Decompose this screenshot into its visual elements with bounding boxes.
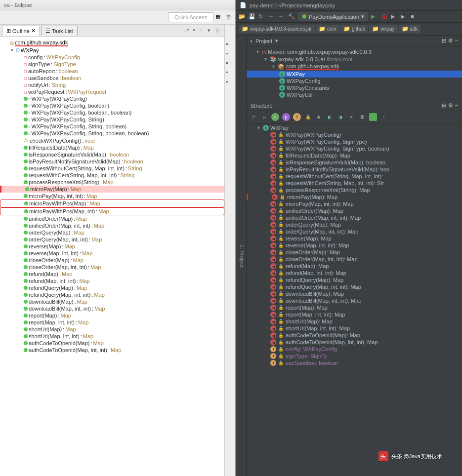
tree-constructor[interactable]: cWXPay(WXPayConfig) <box>0 95 224 102</box>
structure-method[interactable]: m🔓WXPay(WXPayConfig, SignType) <box>247 138 462 145</box>
tree-package-node[interactable]: ▼📦com.github.wxpay.sdk <box>247 63 462 71</box>
autoscroll-icon[interactable]: ◐ <box>326 113 334 121</box>
tab-tasklist[interactable]: ☰Task List <box>41 26 78 36</box>
run-icon[interactable]: ▶ <box>371 13 378 20</box>
collapse-all-icon[interactable]: ≣ <box>358 113 366 121</box>
tree-method[interactable]: shortUrl(Map, int, int) : Map <box>0 333 224 340</box>
tree-jar-node[interactable]: ▼📚wxpay-sdk-0.0.3.jar library root <box>247 55 462 63</box>
structure-method[interactable]: m🔓closeOrder(Map): Map <box>247 249 462 256</box>
tree-method[interactable]: processResponseXml(String) : Map <box>0 179 224 186</box>
tree-class-wxpay[interactable]: cWXPay <box>247 71 462 78</box>
tree-method[interactable]: unifiedOrder(Map) : Map <box>0 215 224 222</box>
structure-method[interactable]: m🔓isResponseSignatureValid(Map): boolean <box>247 159 462 166</box>
collapse-icon[interactable]: ⊟ <box>442 38 446 44</box>
tree-method[interactable]: isPayResultNotifySignatureValid(Map) : b… <box>0 158 224 165</box>
structure-method[interactable]: m🔓report(Map): Map <box>247 304 462 311</box>
gutter-icon[interactable]: ▫ <box>226 60 234 68</box>
tree-method[interactable]: microPayWithPos(Map) : Map <box>0 199 224 207</box>
back-icon[interactable]: ← <box>268 13 275 20</box>
tree-method[interactable]: microPayWithPos(Map, int) : Map <box>0 207 224 215</box>
tree-method[interactable]: requestWithCert(String, Map, int, int) :… <box>0 172 224 179</box>
structure-field[interactable]: f🔒useSandbox: boolean <box>247 359 462 366</box>
tree-method[interactable]: microPay(Map, int, int) : Map <box>0 193 224 199</box>
coverage-icon[interactable]: ▶ <box>391 13 398 20</box>
breadcrumb-item[interactable]: 📁github <box>340 25 368 33</box>
gutter-tab-project[interactable]: 1: Project <box>239 244 245 267</box>
tree-class-wxpayconfig[interactable]: cWXPayConfig <box>247 78 462 84</box>
structure-method[interactable]: m🔓shortUrl(Map): Map <box>247 318 462 325</box>
structure-method[interactable]: m🔓refundQuery(Map, int, int): Map <box>247 283 462 290</box>
structure-method[interactable]: m🔓requestWithoutCert(String, Map, int, i… <box>247 173 462 180</box>
build-icon[interactable]: 🔨 <box>288 13 295 20</box>
tree-field[interactable]: ◻signType : SignType <box>0 61 224 68</box>
structure-method[interactable]: m🔓requestWithCert(String, Map, int, int)… <box>247 180 462 187</box>
tree-method[interactable]: closeOrder(Map, int, int) : Map <box>0 264 224 271</box>
breadcrumb-item[interactable]: 📁sdk <box>399 25 421 33</box>
tab-outline[interactable]: ⊞Outline✕ <box>2 26 40 36</box>
breadcrumb-item[interactable]: 📁com <box>316 25 339 33</box>
forward-icon[interactable]: → <box>278 13 285 20</box>
gutter-icon[interactable]: ▫ <box>226 41 234 49</box>
gutter-icon[interactable]: ▫ <box>226 69 234 77</box>
structure-method[interactable]: m🔓WXPay(WXPayConfig) <box>247 131 462 138</box>
tree-method[interactable]: authCodeToOpenid(Map, int, int) : Map <box>0 347 224 354</box>
tree-method[interactable]: closeOrder(Map) : Map <box>0 257 224 264</box>
tree-method[interactable]: downloadBill(Map) : Map <box>0 298 224 305</box>
tree-field[interactable]: ◻config : WXPayConfig <box>0 54 224 61</box>
tree-class-wxpayconstants[interactable]: cWXPayConstants <box>247 84 462 91</box>
tree-method[interactable]: reverse(Map) : Map <box>0 243 224 250</box>
tree-field[interactable]: ◻wxPayRequest : WXPayRequest <box>0 88 224 95</box>
show-anon-icon[interactable]: 🔒 <box>304 113 312 121</box>
run-config-selector[interactable]: ⬢PayDemoApplication▾ <box>298 12 368 21</box>
debug-icon[interactable]: 🐞 <box>381 13 388 20</box>
profile-icon[interactable]: ▶ <box>401 13 408 20</box>
refresh-icon[interactable]: ↻ <box>258 13 265 20</box>
structure-method[interactable]: m🔓reverse(Map): Map <box>247 235 462 242</box>
scroll-to-icon[interactable]: ↓ <box>369 113 377 121</box>
tree-method[interactable]: refund(Map) : Map <box>0 271 224 278</box>
tree-method[interactable]: isResponseSignatureValid(Map) : boolean <box>0 151 224 158</box>
save-icon[interactable]: 💾 <box>249 13 255 20</box>
tree-method[interactable]: fillRequestData(Map) : Map <box>0 144 224 151</box>
tree-constructor[interactable]: cWXPay(WXPayConfig, String, boolean, boo… <box>0 130 224 137</box>
structure-method[interactable]: m🔓authCodeToOpenid(Map): Map <box>247 332 462 339</box>
tree-method[interactable]: authCodeToOpenid(Map) : Map <box>0 340 224 347</box>
structure-method[interactable]: m🔓processResponseXml(String): Map <box>247 187 462 194</box>
gear-icon[interactable]: ⚙ <box>448 102 453 109</box>
tree-method[interactable]: refund(Map, int, int) : Map <box>0 278 224 284</box>
expand-all-icon[interactable]: ≡ <box>347 113 355 121</box>
hide-static-icon[interactable]: ▾ <box>208 27 214 34</box>
structure-class-node[interactable]: ▼cWXPay <box>247 124 462 131</box>
structure-method[interactable]: m🔓refund(Map, int, int): Map <box>247 270 462 277</box>
tree-method[interactable]: shortUrl(Map) : Map <box>0 326 224 333</box>
structure-tree[interactable]: ▼cWXPay m🔓WXPay(WXPayConfig)m🔓WXPay(WXPa… <box>247 123 462 367</box>
structure-method[interactable]: m🔓orderQuery(Map): Map <box>247 221 462 228</box>
structure-method[interactable]: m🔓microPay(Map, int, int): Map <box>247 200 462 207</box>
menu-icon[interactable]: ▽ <box>215 27 222 34</box>
breadcrumb-item[interactable]: 📁wxpay-sdk-0.0.3-sources.jar <box>239 25 315 33</box>
tree-method[interactable]: orderQuery(Map) : Map <box>0 229 224 236</box>
tree-field[interactable]: ◻autoReport : boolean <box>0 68 224 75</box>
breadcrumb-item[interactable]: 📁wxpay <box>369 25 397 33</box>
tree-method[interactable]: reverse(Map, int, int) : Map <box>0 250 224 257</box>
structure-method[interactable]: m🔓unifiedOrder(Map, int, int): Map <box>247 214 462 221</box>
tree-class-wxpayutil[interactable]: cWXPayUtil <box>247 91 462 98</box>
stop-icon[interactable]: ■ <box>411 13 418 20</box>
structure-method[interactable]: m🔓reverse(Map, int, int): Map <box>247 242 462 249</box>
gear-icon[interactable]: ⚙ <box>448 38 453 44</box>
sort-alpha-icon[interactable]: ↓ᵃ <box>250 113 257 121</box>
structure-method[interactable]: m🔓downloadBill(Map): Map <box>247 290 462 297</box>
tree-maven-node[interactable]: ▼mMaven: com.github.wxpay:wxpay-sdk:0.0.… <box>247 48 462 55</box>
hide-icon[interactable]: − <box>455 102 458 109</box>
tree-method[interactable]: refundQuery(Map, int, int) : Map <box>0 291 224 298</box>
structure-field[interactable]: f🔒config: WXPayConfig <box>247 346 462 353</box>
tree-method[interactable]: unifiedOrder(Map, int, int) : Map <box>0 222 224 229</box>
tree-constructor[interactable]: cWXPay(WXPayConfig, boolean, boolean) <box>0 109 224 116</box>
hide-fields-icon[interactable]: ▫ <box>200 27 207 34</box>
chevron-down-icon[interactable]: ▾ <box>275 38 278 44</box>
tree-method[interactable]: report(Map, int, int) : Map <box>0 319 224 326</box>
structure-method[interactable]: m🔓orderQuery(Map, int, int): Map <box>247 228 462 235</box>
tree-constructor[interactable]: cWXPay(WXPayConfig, String) <box>0 116 224 123</box>
sort-visibility-icon[interactable]: ↓ᵥ <box>260 113 268 121</box>
tree-method[interactable]: requestWithoutCert(String, Map, int, int… <box>0 165 224 172</box>
